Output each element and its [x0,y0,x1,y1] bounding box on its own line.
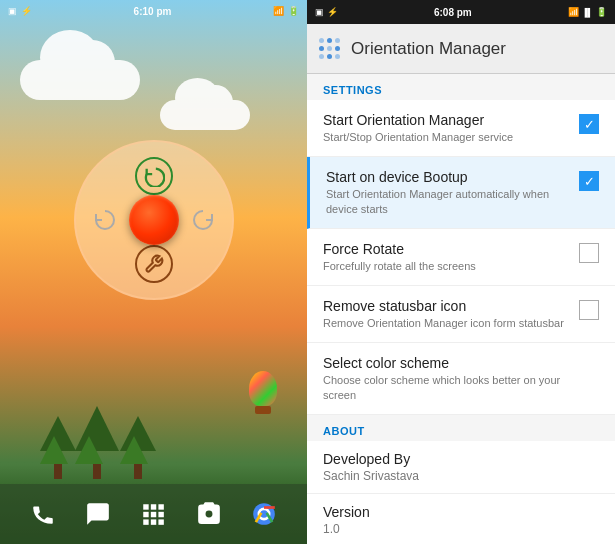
app-icon [319,38,341,60]
left-status-time: 6:10 pm [134,6,172,17]
about-developer: Developed By Sachin Srivastava [307,441,615,494]
about-version-value: 1.0 [323,522,599,536]
dot-9 [335,54,340,59]
setting-remove-statusbar-title: Remove statusbar icon [323,298,567,314]
setting-color-scheme-title: Select color scheme [323,355,587,371]
right-status-right-icons: 📶 ▐▌ 🔋 [568,7,607,17]
left-panel: ▣ ⚡ 6:10 pm 📶 🔋 [0,0,307,544]
svg-rect-5 [159,512,164,517]
setting-force-rotate[interactable]: Force Rotate Forcefully rotate all the s… [307,229,615,286]
about-version-label: Version [323,504,599,520]
tree-3 [120,416,156,479]
setting-force-rotate-desc: Forcefully rotate all the screens [323,259,567,273]
cloud-2 [160,100,250,130]
about-section-header: ABOUT [307,415,615,441]
left-status-icons: ▣ ⚡ [8,6,32,16]
dot-1 [319,38,324,43]
setting-force-rotate-checkbox[interactable] [579,243,599,263]
svg-rect-6 [144,519,149,524]
dot-3 [335,38,340,43]
app-title: Orientation Manager [351,39,506,59]
setting-start-boot-checkbox[interactable]: ✓ [579,171,599,191]
dock-chrome[interactable] [244,494,284,534]
hot-air-balloon [249,371,277,414]
dot-7 [319,54,324,59]
widget-right-button[interactable] [184,201,222,239]
status-bar-right: ▣ ⚡ 6:08 pm 📶 ▐▌ 🔋 [307,0,615,24]
setting-start-boot-desc: Start Orientation Manager automatically … [326,187,567,216]
dock-apps[interactable] [133,494,173,534]
dot-4 [319,46,324,51]
widget-rotate-button[interactable] [135,157,173,195]
right-status-left-icons: ▣ ⚡ [315,7,338,17]
dock-phone[interactable] [23,494,63,534]
setting-start-boot-title: Start on device Bootup [326,169,567,185]
svg-rect-1 [151,504,156,509]
right-usb-icon: ⚡ [327,7,338,17]
setting-remove-statusbar-checkbox[interactable] [579,300,599,320]
svg-rect-7 [151,519,156,524]
svg-rect-8 [159,519,164,524]
setting-start-service-title: Start Orientation Manager [323,112,567,128]
dot-8 [327,54,332,59]
widget-center-button[interactable] [129,195,179,245]
right-android-icon: ▣ [315,7,324,17]
setting-start-service[interactable]: Start Orientation Manager Start/Stop Ori… [307,100,615,157]
setting-remove-statusbar-desc: Remove Orientation Manager icon form sta… [323,316,567,330]
orientation-widget[interactable] [74,140,234,300]
dock-messages[interactable] [78,494,118,534]
setting-color-scheme-desc: Choose color scheme which looks better o… [323,373,587,402]
balloon-basket [255,406,271,414]
setting-start-boot[interactable]: Start on device Bootup Start Orientation… [307,157,615,229]
dot-5 [327,46,332,51]
left-status-right-icons: 📶 🔋 [273,6,299,16]
battery-icon: 🔋 [288,6,299,16]
setting-force-rotate-title: Force Rotate [323,241,567,257]
right-panel: ▣ ⚡ 6:08 pm 📶 ▐▌ 🔋 Orientation Manager S… [307,0,615,544]
svg-rect-2 [159,504,164,509]
setting-remove-statusbar[interactable]: Remove statusbar icon Remove Orientation… [307,286,615,343]
widget-left-button[interactable] [86,201,124,239]
setting-color-scheme-text: Select color scheme Choose color scheme … [323,355,587,402]
cloud-1 [20,60,140,100]
widget-settings-button[interactable] [135,245,173,283]
trees [20,419,287,479]
right-status-time: 6:08 pm [434,7,472,18]
setting-force-rotate-text: Force Rotate Forcefully rotate all the s… [323,241,567,273]
right-wifi-icon: 📶 [568,7,579,17]
app-header: Orientation Manager [307,24,615,74]
setting-start-service-text: Start Orientation Manager Start/Stop Ori… [323,112,567,144]
setting-start-service-checkbox[interactable]: ✓ [579,114,599,134]
right-battery-icon: 🔋 [596,7,607,17]
about-developer-value: Sachin Srivastava [323,469,599,483]
dot-2 [327,38,332,43]
android-icon: ▣ [8,6,17,16]
about-version: Version 1.0 [307,494,615,544]
balloon-body [249,371,277,406]
status-bar-left: ▣ ⚡ 6:10 pm 📶 🔋 [0,0,307,22]
settings-content[interactable]: SETTINGS Start Orientation Manager Start… [307,74,615,544]
right-signal-bars: ▐▌ [582,8,593,17]
settings-section-header: SETTINGS [307,74,615,100]
tree-1 [40,416,76,479]
tree-2 [75,406,119,479]
usb-icon: ⚡ [21,6,32,16]
about-section: Developed By Sachin Srivastava Version 1… [307,441,615,544]
setting-start-service-desc: Start/Stop Orientation Manager service [323,130,567,144]
app-dock [0,484,307,544]
dock-camera[interactable] [189,494,229,534]
svg-rect-3 [144,512,149,517]
setting-remove-statusbar-text: Remove statusbar icon Remove Orientation… [323,298,567,330]
setting-start-boot-text: Start on device Bootup Start Orientation… [326,169,567,216]
setting-color-scheme[interactable]: Select color scheme Choose color scheme … [307,343,615,415]
wifi-icon: 📶 [273,6,284,16]
about-developer-label: Developed By [323,451,599,467]
svg-rect-0 [144,504,149,509]
dot-6 [335,46,340,51]
widget-outer-circle [74,140,234,300]
svg-rect-4 [151,512,156,517]
